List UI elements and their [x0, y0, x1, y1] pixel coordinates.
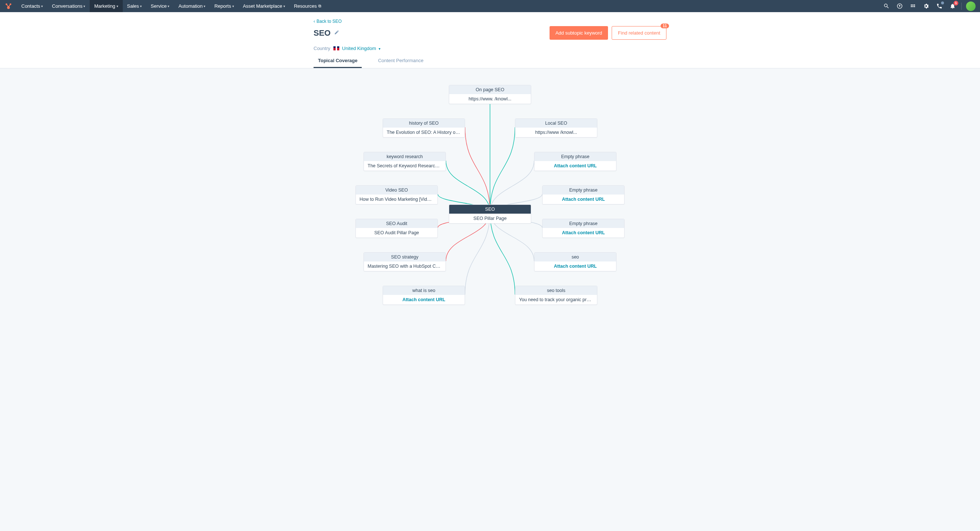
page-header: ‹ Back to SEO SEO Add subtopic keyword F…: [0, 12, 980, 69]
search-icon[interactable]: [882, 2, 891, 11]
page-title: SEO: [313, 28, 331, 38]
upgrade-icon[interactable]: [895, 2, 904, 11]
subtopic-body: How to Run Video Marketing [Video & …: [356, 195, 438, 204]
add-subtopic-button[interactable]: Add subtopic keyword: [550, 26, 608, 40]
subtopic-title: seo tools: [515, 286, 597, 295]
subtopic-title: Local SEO: [515, 119, 597, 128]
edit-icon[interactable]: [334, 30, 339, 36]
nav-item-asset-marketplace[interactable]: Asset Marketplace▾: [239, 0, 290, 12]
chevron-down-icon: ▾: [83, 5, 85, 8]
subtopic-node[interactable]: history of SEOThe Evolution of SEO: A Hi…: [383, 118, 465, 137]
attach-content-link[interactable]: Attach content URL: [383, 295, 465, 305]
nav-item-automation[interactable]: Automation▾: [174, 0, 210, 12]
subtopic-node[interactable]: seoAttach content URL: [534, 252, 616, 271]
subtopic-title: keyword research: [364, 152, 445, 161]
tabs: Topical CoverageContent Performance: [313, 58, 667, 68]
back-link[interactable]: ‹ Back to SEO: [313, 19, 342, 24]
pillar-node[interactable]: SEO SEO Pillar Page: [449, 204, 531, 223]
chevron-down-icon: ▾: [232, 5, 234, 8]
subtopic-node[interactable]: what is seoAttach content URL: [383, 286, 465, 305]
tab-content-performance[interactable]: Content Performance: [374, 58, 428, 68]
attach-content-link[interactable]: Attach content URL: [535, 161, 616, 171]
user-avatar[interactable]: [966, 2, 975, 11]
attach-content-link[interactable]: Attach content URL: [535, 262, 616, 271]
nav-item-service[interactable]: Service▾: [146, 0, 174, 12]
subtopic-node[interactable]: Empty phraseAttach content URL: [542, 219, 625, 238]
subtopic-title: Video SEO: [356, 186, 438, 195]
subtopic-node[interactable]: Empty phraseAttach content URL: [542, 185, 625, 204]
subtopic-body: https://www. /knowl...: [449, 94, 531, 104]
chevron-down-icon: ▾: [41, 5, 43, 8]
uk-flag-icon: [333, 46, 339, 50]
subtopic-title: seo: [535, 253, 616, 262]
tab-topical-coverage[interactable]: Topical Coverage: [313, 58, 362, 68]
hubspot-logo[interactable]: [5, 2, 13, 10]
notifications-icon[interactable]: 1: [948, 2, 957, 11]
subtopic-title: history of SEO: [383, 119, 465, 128]
nav-item-resources[interactable]: Resources⧉: [290, 0, 326, 12]
subtopic-title: Empty phrase: [535, 152, 616, 161]
subtopic-body: https://www /knowl...: [515, 128, 597, 137]
marketplace-icon[interactable]: [908, 2, 917, 11]
subtopic-body: You need to track your organic presenc…: [515, 295, 597, 305]
subtopic-node[interactable]: seo toolsYou need to track your organic …: [515, 286, 597, 305]
svg-line-4: [8, 4, 11, 6]
country-selector[interactable]: United Kingdom ▾: [342, 46, 380, 51]
subtopic-node[interactable]: SEO AuditSEO Audit Pillar Page: [355, 219, 438, 238]
pillar-node-title: SEO: [449, 205, 531, 214]
calling-icon[interactable]: [935, 2, 943, 11]
subtopic-node[interactable]: keyword researchThe Secrets of Keyword R…: [364, 152, 446, 171]
chevron-down-icon: ▾: [168, 5, 169, 8]
nav-item-marketing[interactable]: Marketing▾: [90, 0, 123, 12]
nav-item-conversations[interactable]: Conversations▾: [48, 0, 90, 12]
subtopic-title: Empty phrase: [542, 219, 624, 228]
nav-item-sales[interactable]: Sales▾: [123, 0, 147, 12]
notifications-badge: 1: [953, 1, 958, 5]
settings-icon[interactable]: [921, 2, 931, 11]
nav-utilities: 1: [882, 2, 975, 11]
chevron-left-icon: ‹: [313, 19, 315, 24]
top-nav: Contacts▾Conversations▾Marketing▾Sales▾S…: [0, 0, 980, 12]
topic-cluster-canvas: On page SEOhttps://www. /knowl...history…: [258, 69, 722, 319]
subtopic-body: SEO Audit Pillar Page: [356, 228, 438, 238]
find-related-button[interactable]: Find related content 11: [612, 26, 667, 40]
country-label: Country: [313, 46, 331, 51]
chevron-down-icon: ▾: [283, 5, 285, 8]
subtopic-title: SEO Audit: [356, 219, 438, 228]
chevron-down-icon: ▾: [116, 5, 118, 8]
pillar-node-body: SEO Pillar Page: [449, 214, 531, 223]
subtopic-body: The Secrets of Keyword Research: The …: [364, 161, 445, 171]
nav-divider: [961, 3, 962, 10]
nav-items: Contacts▾Conversations▾Marketing▾Sales▾S…: [17, 0, 882, 12]
attach-content-link[interactable]: Attach content URL: [542, 228, 624, 238]
subtopic-title: SEO strategy: [364, 253, 445, 262]
subtopic-node[interactable]: On page SEOhttps://www. /knowl...: [449, 85, 531, 104]
attach-content-link[interactable]: Attach content URL: [542, 195, 624, 204]
subtopic-title: On page SEO: [449, 85, 531, 94]
find-related-badge: 11: [660, 24, 669, 28]
subtopic-node[interactable]: Local SEOhttps://www /knowl...: [515, 118, 597, 137]
chevron-down-icon: ▾: [379, 47, 380, 51]
subtopic-body: The Evolution of SEO: A History of Sear.…: [383, 128, 465, 137]
subtopic-body: Mastering SEO with a HubSpot Conten…: [364, 262, 445, 271]
subtopic-title: what is seo: [383, 286, 465, 295]
cluster-edges: [258, 69, 722, 319]
subtopic-node[interactable]: Video SEOHow to Run Video Marketing [Vid…: [355, 185, 438, 204]
external-link-icon: ⧉: [318, 4, 321, 8]
subtopic-title: Empty phrase: [542, 186, 624, 195]
chevron-down-icon: ▾: [140, 5, 142, 8]
subtopic-node[interactable]: SEO strategyMastering SEO with a HubSpot…: [364, 252, 446, 271]
nav-item-contacts[interactable]: Contacts▾: [17, 0, 48, 12]
subtopic-node[interactable]: Empty phraseAttach content URL: [534, 152, 616, 171]
svg-line-3: [6, 4, 9, 6]
chevron-down-icon: ▾: [204, 5, 205, 8]
nav-item-reports[interactable]: Reports▾: [210, 0, 239, 12]
